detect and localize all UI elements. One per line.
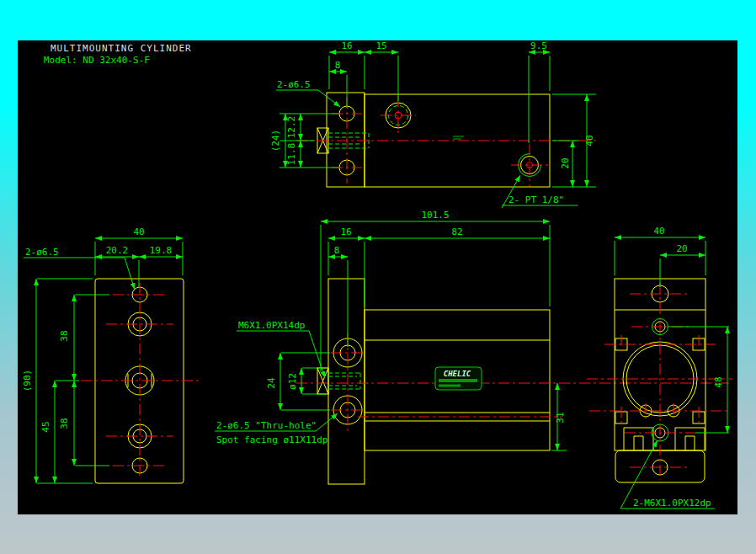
dim-label: 24	[266, 377, 277, 389]
dim-label: 101.5	[421, 210, 449, 221]
logo-text: CHELIC	[444, 370, 471, 378]
thread-callout: M6X1.0PX14dp	[238, 320, 305, 331]
drawing-canvas[interactable]	[18, 40, 737, 514]
hole-callout: 2-ø6.5	[25, 247, 59, 258]
dim-label: 40	[584, 135, 595, 146]
dim-label: 20.2	[106, 245, 129, 256]
dim-label: 20	[560, 157, 571, 168]
dim-label: 20	[676, 243, 687, 254]
dim-label: 40	[653, 226, 664, 237]
dim-label: 9.5	[530, 40, 547, 51]
dim-label: (24)	[270, 130, 281, 152]
cad-viewport: MULTIMOUNTING CYLINDER Model: ND 32x40-S…	[0, 0, 756, 554]
dim-label: 16	[340, 226, 351, 237]
dim-label: 19.8	[150, 245, 173, 256]
spot-facing-callout: Spot facing ø11X11dp	[216, 434, 327, 445]
dim-label: 45	[40, 421, 51, 432]
dim-label: 16	[341, 40, 352, 51]
brand-logo: CHELIC	[435, 367, 482, 390]
dim-label: 15	[375, 40, 386, 51]
dim-label: 11.8	[286, 143, 297, 166]
dim-label: 31	[555, 412, 566, 423]
dim-label: (90)	[22, 370, 33, 392]
hole-callout: 2-ø6.5	[277, 79, 311, 90]
drawing-title: MULTIMOUNTING CYLINDER	[51, 43, 192, 54]
dim-label: 38	[59, 418, 70, 429]
drawing-model: Model: ND 32x40-S-F	[44, 55, 150, 66]
dim-label: 82	[451, 226, 462, 237]
dim-label: 40	[133, 226, 144, 237]
dim-label: 8	[335, 60, 341, 71]
dim-label: 8	[334, 245, 340, 256]
dim-label: 38	[59, 330, 70, 341]
thread-callout: 2-M6X1.0PX12dp	[633, 498, 711, 509]
thru-hole-callout: 2-ø6.5 "Thru-hole"	[216, 420, 317, 431]
dim-label: 12.2	[286, 116, 297, 139]
dim-label: 48	[713, 376, 724, 387]
dim-label: ø12	[287, 373, 298, 390]
port-callout: 2- PT 1/8"	[508, 194, 564, 205]
